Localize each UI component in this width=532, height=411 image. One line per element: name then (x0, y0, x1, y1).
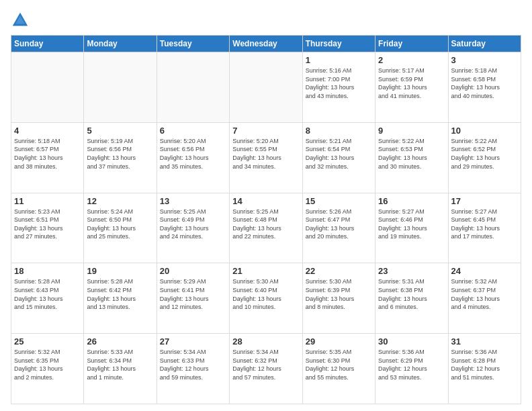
day-number: 1 (306, 55, 372, 65)
day-number: 16 (378, 196, 445, 206)
calendar-cell: 18Sunrise: 5:28 AM Sunset: 6:43 PM Dayli… (11, 263, 84, 334)
day-info: Sunrise: 5:23 AM Sunset: 6:51 PM Dayligh… (14, 208, 81, 241)
day-number: 4 (14, 126, 81, 136)
day-info: Sunrise: 5:21 AM Sunset: 6:54 PM Dayligh… (306, 137, 372, 171)
calendar-cell: 2Sunrise: 5:17 AM Sunset: 6:59 PM Daylig… (375, 52, 448, 123)
calendar-week-1: 1Sunrise: 5:16 AM Sunset: 7:00 PM Daylig… (11, 52, 521, 123)
day-info: Sunrise: 5:30 AM Sunset: 6:40 PM Dayligh… (232, 277, 299, 311)
calendar-cell: 25Sunrise: 5:32 AM Sunset: 6:35 PM Dayli… (11, 334, 84, 404)
day-info: Sunrise: 5:34 AM Sunset: 6:32 PM Dayligh… (232, 348, 299, 381)
day-info: Sunrise: 5:33 AM Sunset: 6:34 PM Dayligh… (87, 348, 153, 381)
page-container: SundayMondayTuesdayWednesdayThursdayFrid… (0, 0, 532, 411)
weekday-header-monday: Monday (84, 36, 157, 52)
calendar-cell: 13Sunrise: 5:25 AM Sunset: 6:49 PM Dayli… (157, 193, 229, 263)
calendar-cell (157, 52, 229, 123)
calendar-cell: 31Sunrise: 5:36 AM Sunset: 6:28 PM Dayli… (448, 334, 521, 404)
calendar-cell (84, 52, 157, 123)
day-number: 21 (232, 266, 299, 276)
weekday-header-saturday: Saturday (448, 36, 521, 52)
day-number: 8 (306, 126, 372, 136)
calendar-cell: 22Sunrise: 5:30 AM Sunset: 6:39 PM Dayli… (302, 263, 375, 334)
calendar-cell: 1Sunrise: 5:16 AM Sunset: 7:00 PM Daylig… (302, 52, 375, 123)
calendar-cell: 5Sunrise: 5:19 AM Sunset: 6:56 PM Daylig… (84, 122, 157, 193)
weekday-header-tuesday: Tuesday (157, 36, 229, 52)
weekday-header-thursday: Thursday (302, 36, 375, 52)
day-info: Sunrise: 5:20 AM Sunset: 6:56 PM Dayligh… (160, 137, 226, 171)
calendar-cell: 10Sunrise: 5:22 AM Sunset: 6:52 PM Dayli… (448, 122, 521, 193)
calendar-cell: 28Sunrise: 5:34 AM Sunset: 6:32 PM Dayli… (230, 334, 302, 404)
calendar-cell: 21Sunrise: 5:30 AM Sunset: 6:40 PM Dayli… (230, 263, 302, 334)
calendar-week-4: 18Sunrise: 5:28 AM Sunset: 6:43 PM Dayli… (11, 263, 521, 334)
day-number: 23 (378, 266, 445, 276)
day-number: 3 (451, 55, 518, 65)
calendar-cell: 29Sunrise: 5:35 AM Sunset: 6:30 PM Dayli… (302, 334, 375, 404)
day-number: 6 (160, 126, 226, 136)
day-number: 5 (87, 126, 153, 136)
day-info: Sunrise: 5:24 AM Sunset: 6:50 PM Dayligh… (87, 208, 153, 241)
calendar-cell (11, 52, 84, 123)
day-info: Sunrise: 5:28 AM Sunset: 6:42 PM Dayligh… (87, 277, 153, 311)
calendar-cell: 24Sunrise: 5:32 AM Sunset: 6:37 PM Dayli… (448, 263, 521, 334)
logo-icon (11, 11, 30, 30)
calendar-cell: 6Sunrise: 5:20 AM Sunset: 6:56 PM Daylig… (157, 122, 229, 193)
calendar-cell: 15Sunrise: 5:26 AM Sunset: 6:47 PM Dayli… (302, 193, 375, 263)
day-info: Sunrise: 5:34 AM Sunset: 6:33 PM Dayligh… (160, 348, 226, 381)
calendar-cell: 8Sunrise: 5:21 AM Sunset: 6:54 PM Daylig… (302, 122, 375, 193)
day-number: 19 (87, 266, 153, 276)
calendar-cell: 26Sunrise: 5:33 AM Sunset: 6:34 PM Dayli… (84, 334, 157, 404)
day-info: Sunrise: 5:18 AM Sunset: 6:58 PM Dayligh… (451, 66, 518, 100)
day-info: Sunrise: 5:16 AM Sunset: 7:00 PM Dayligh… (306, 66, 372, 100)
day-number: 7 (232, 126, 299, 136)
calendar-cell: 12Sunrise: 5:24 AM Sunset: 6:50 PM Dayli… (84, 193, 157, 263)
day-number: 18 (14, 266, 81, 276)
header (11, 11, 521, 30)
day-number: 20 (160, 266, 226, 276)
calendar-cell: 23Sunrise: 5:31 AM Sunset: 6:38 PM Dayli… (375, 263, 448, 334)
day-info: Sunrise: 5:32 AM Sunset: 6:37 PM Dayligh… (451, 277, 518, 311)
day-info: Sunrise: 5:20 AM Sunset: 6:55 PM Dayligh… (232, 137, 299, 171)
day-info: Sunrise: 5:22 AM Sunset: 6:53 PM Dayligh… (378, 137, 445, 171)
day-info: Sunrise: 5:36 AM Sunset: 6:29 PM Dayligh… (378, 348, 445, 381)
day-number: 17 (451, 196, 518, 206)
header-row: SundayMondayTuesdayWednesdayThursdayFrid… (11, 36, 521, 52)
calendar-week-3: 11Sunrise: 5:23 AM Sunset: 6:51 PM Dayli… (11, 193, 521, 263)
day-number: 10 (451, 126, 518, 136)
calendar-cell (230, 52, 302, 123)
calendar-week-2: 4Sunrise: 5:18 AM Sunset: 6:57 PM Daylig… (11, 122, 521, 193)
calendar-cell: 14Sunrise: 5:25 AM Sunset: 6:48 PM Dayli… (230, 193, 302, 263)
day-info: Sunrise: 5:36 AM Sunset: 6:28 PM Dayligh… (451, 348, 518, 381)
calendar-cell: 20Sunrise: 5:29 AM Sunset: 6:41 PM Dayli… (157, 263, 229, 334)
calendar-cell: 16Sunrise: 5:27 AM Sunset: 6:46 PM Dayli… (375, 193, 448, 263)
day-number: 30 (378, 336, 445, 347)
calendar-cell: 17Sunrise: 5:27 AM Sunset: 6:45 PM Dayli… (448, 193, 521, 263)
weekday-header-wednesday: Wednesday (230, 36, 302, 52)
day-info: Sunrise: 5:27 AM Sunset: 6:45 PM Dayligh… (451, 208, 518, 241)
day-number: 31 (451, 336, 518, 347)
calendar-cell: 4Sunrise: 5:18 AM Sunset: 6:57 PM Daylig… (11, 122, 84, 193)
calendar-cell: 11Sunrise: 5:23 AM Sunset: 6:51 PM Dayli… (11, 193, 84, 263)
logo (11, 11, 32, 30)
calendar-cell: 3Sunrise: 5:18 AM Sunset: 6:58 PM Daylig… (448, 52, 521, 123)
day-info: Sunrise: 5:26 AM Sunset: 6:47 PM Dayligh… (306, 208, 372, 241)
day-number: 22 (306, 266, 372, 276)
day-number: 2 (378, 55, 445, 65)
day-info: Sunrise: 5:32 AM Sunset: 6:35 PM Dayligh… (14, 348, 81, 381)
calendar-cell: 19Sunrise: 5:28 AM Sunset: 6:42 PM Dayli… (84, 263, 157, 334)
day-number: 13 (160, 196, 226, 206)
day-number: 29 (306, 336, 372, 347)
calendar-cell: 9Sunrise: 5:22 AM Sunset: 6:53 PM Daylig… (375, 122, 448, 193)
day-info: Sunrise: 5:29 AM Sunset: 6:41 PM Dayligh… (160, 277, 226, 311)
day-info: Sunrise: 5:19 AM Sunset: 6:56 PM Dayligh… (87, 137, 153, 171)
day-number: 25 (14, 336, 81, 347)
day-info: Sunrise: 5:27 AM Sunset: 6:46 PM Dayligh… (378, 208, 445, 241)
day-info: Sunrise: 5:18 AM Sunset: 6:57 PM Dayligh… (14, 137, 81, 171)
day-number: 14 (232, 196, 299, 206)
day-info: Sunrise: 5:31 AM Sunset: 6:38 PM Dayligh… (378, 277, 445, 311)
day-info: Sunrise: 5:25 AM Sunset: 6:49 PM Dayligh… (160, 208, 226, 241)
day-number: 11 (14, 196, 81, 206)
day-info: Sunrise: 5:25 AM Sunset: 6:48 PM Dayligh… (232, 208, 299, 241)
day-number: 28 (232, 336, 299, 347)
day-number: 12 (87, 196, 153, 206)
day-number: 27 (160, 336, 226, 347)
day-info: Sunrise: 5:17 AM Sunset: 6:59 PM Dayligh… (378, 66, 445, 100)
